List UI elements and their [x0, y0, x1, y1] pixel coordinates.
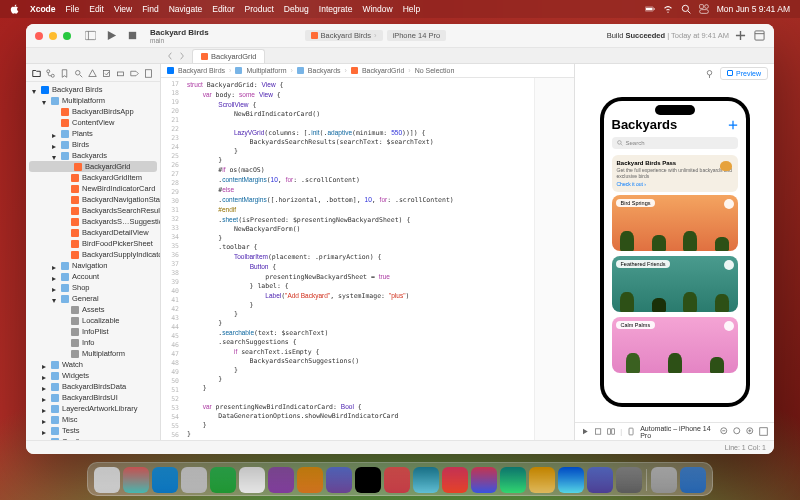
tree-item[interactable]: BackyardGrid [29, 161, 157, 172]
debug-navigator-icon[interactable] [116, 69, 125, 78]
project-navigator-icon[interactable] [32, 69, 41, 78]
menubar-clock[interactable]: Mon Jun 5 9:41 AM [717, 4, 790, 14]
dock-app2[interactable] [471, 467, 497, 493]
preview-tile[interactable]: Calm Palms [612, 317, 738, 373]
dock-podcasts[interactable] [268, 467, 294, 493]
tree-item[interactable]: ▾Multiplatform [26, 95, 160, 106]
dock-keynote[interactable] [529, 467, 555, 493]
tree-item[interactable]: ▸Tests [26, 425, 160, 436]
report-navigator-icon[interactable] [144, 69, 153, 78]
tree-item[interactable]: ▸LayeredArtworkLibrary [26, 403, 160, 414]
zoom-in-icon[interactable] [746, 427, 755, 436]
traffic-zoom[interactable] [63, 32, 71, 40]
menu-integrate[interactable]: Integrate [319, 4, 353, 14]
selectable-icon[interactable] [594, 427, 602, 436]
menu-find[interactable]: Find [142, 4, 159, 14]
tree-item[interactable]: ▸Watch [26, 359, 160, 370]
wifi-icon[interactable] [663, 4, 673, 14]
live-icon[interactable] [581, 427, 589, 436]
device-selector[interactable]: Automatic – iPhone 14 Pro [640, 425, 715, 439]
menu-navigate[interactable]: Navigate [169, 4, 203, 14]
tree-item[interactable]: Localizable [26, 315, 160, 326]
zoom-out-icon[interactable] [720, 427, 729, 436]
scheme-selector[interactable]: Backyard Birds› iPhone 14 Pro [305, 30, 446, 41]
preview-tile[interactable]: Feathered Friends [612, 256, 738, 312]
preview-button[interactable]: Preview [720, 67, 768, 80]
dock-messages[interactable] [210, 467, 236, 493]
preview-tile[interactable]: Bird Springs [612, 195, 738, 251]
dock-mail[interactable] [181, 467, 207, 493]
library-icon[interactable] [754, 30, 765, 41]
search-icon[interactable] [681, 4, 691, 14]
breakpoint-navigator-icon[interactable] [130, 69, 139, 78]
tree-item[interactable]: InfoPlist [26, 326, 160, 337]
dock-tv[interactable] [355, 467, 381, 493]
bookmark-navigator-icon[interactable] [60, 69, 69, 78]
dock-numbers[interactable] [500, 467, 526, 493]
run-icon[interactable] [106, 30, 117, 41]
tree-item[interactable]: BackyardNavigationStack [26, 194, 160, 205]
tree-item[interactable]: ▾General [26, 293, 160, 304]
tree-item[interactable]: ContentView [26, 117, 160, 128]
dock-finder[interactable] [94, 467, 120, 493]
source-control-navigator-icon[interactable] [46, 69, 55, 78]
dock-facetime[interactable] [326, 467, 352, 493]
tree-item[interactable]: Assets [26, 304, 160, 315]
find-navigator-icon[interactable] [74, 69, 83, 78]
project-title[interactable]: Backyard Birds [150, 28, 209, 37]
dock-launchpad[interactable] [123, 467, 149, 493]
menu-product[interactable]: Product [244, 4, 273, 14]
dock-calendar[interactable] [239, 467, 265, 493]
stop-icon[interactable] [127, 30, 138, 41]
dock-trash[interactable] [680, 467, 706, 493]
traffic-close[interactable] [35, 32, 43, 40]
zoom-fit-icon[interactable] [759, 427, 768, 436]
tree-item[interactable]: ▸Navigation [26, 260, 160, 271]
code-editor[interactable]: struct BackyardGrid: View { var body: so… [183, 78, 534, 440]
plus-icon[interactable] [735, 30, 746, 41]
tab-fwd-icon[interactable] [178, 52, 186, 60]
tree-item[interactable]: ▸Plants [26, 128, 160, 139]
preview-canvas[interactable]: Backyards Search Backyard Birds Pass Get… [575, 82, 774, 422]
dock-xcode[interactable] [587, 467, 613, 493]
tab-backyardgrid[interactable]: BackyardGrid [192, 49, 265, 63]
preview-pass-card[interactable]: Backyard Birds Pass Get the full experie… [612, 155, 738, 192]
menu-app[interactable]: Xcode [30, 4, 56, 14]
menu-edit[interactable]: Edit [89, 4, 104, 14]
plus-icon[interactable] [728, 120, 738, 130]
dock-safari[interactable] [152, 467, 178, 493]
apple-logo-icon[interactable] [10, 4, 20, 14]
dock-news[interactable] [413, 467, 439, 493]
dock-music[interactable] [384, 467, 410, 493]
menu-help[interactable]: Help [403, 4, 420, 14]
tree-item[interactable]: ▾Backyards [26, 150, 160, 161]
menu-debug[interactable]: Debug [284, 4, 309, 14]
jump-bar[interactable]: Backyard Birds› Multiplatform› Backyards… [161, 64, 574, 78]
tree-item[interactable]: ▸Widgets [26, 370, 160, 381]
tree-item[interactable]: BackyardSupplyIndicator [26, 249, 160, 260]
tree-item[interactable]: ▸Birds [26, 139, 160, 150]
dock-app1[interactable] [442, 467, 468, 493]
line-gutter[interactable]: 1718192021222324252627282930313233343536… [161, 78, 183, 440]
dock-downloads[interactable] [651, 467, 677, 493]
tree-item[interactable]: BirdFoodPickerSheet [26, 238, 160, 249]
test-navigator-icon[interactable] [102, 69, 111, 78]
menu-view[interactable]: View [114, 4, 132, 14]
dock-photos[interactable] [297, 467, 323, 493]
control-center-icon[interactable] [699, 4, 709, 14]
minimap[interactable] [534, 78, 574, 440]
tree-item[interactable]: ▸Misc [26, 414, 160, 425]
zoom-actual-icon[interactable] [733, 427, 742, 436]
tree-item[interactable]: BackyardGridItem [26, 172, 160, 183]
variants-icon[interactable] [607, 427, 615, 436]
tree-item[interactable]: ▸BackyardBirdsData [26, 381, 160, 392]
tree-item[interactable]: Info [26, 337, 160, 348]
tree-item[interactable]: ▸Account [26, 271, 160, 282]
preview-search-field[interactable]: Search [612, 137, 738, 149]
tree-item[interactable]: ▸BackyardBirdsUI [26, 392, 160, 403]
tree-item[interactable]: BackyardDetailView [26, 227, 160, 238]
dock-settings[interactable] [616, 467, 642, 493]
dock-appstore[interactable] [558, 467, 584, 493]
device-settings-icon[interactable] [627, 427, 635, 436]
branch-name[interactable]: main [150, 37, 164, 44]
